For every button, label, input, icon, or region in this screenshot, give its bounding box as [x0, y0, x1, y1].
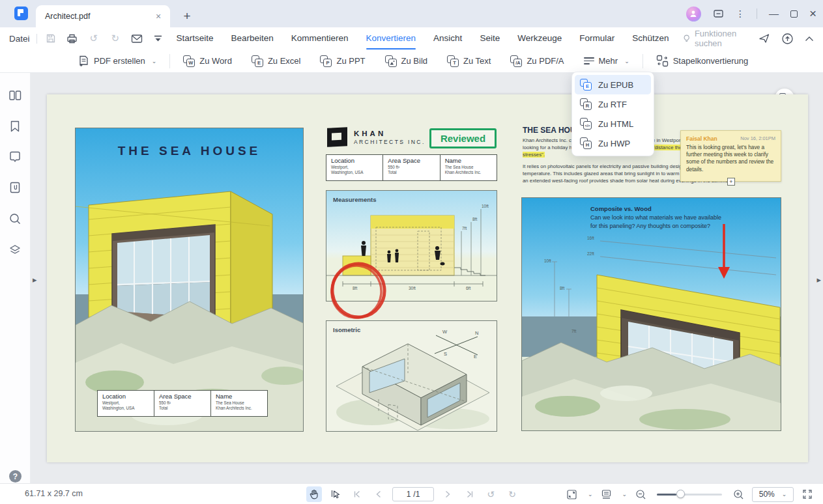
thumbnails-icon[interactable]: [8, 89, 22, 103]
upload-cloud-icon[interactable]: [781, 33, 794, 45]
first-page-button[interactable]: [349, 486, 365, 502]
search-icon[interactable]: [8, 212, 22, 226]
collapse-toolbar-icon[interactable]: [805, 36, 814, 42]
compass-e: E: [474, 354, 477, 359]
zoom-out-button[interactable]: [633, 486, 648, 502]
dim-16ft: 16ft: [587, 236, 594, 240]
pdf-editor-window: Architect.pdf × + ⋮ — × Datei ↺: [0, 0, 823, 504]
menu-schuetzen[interactable]: Schützen: [632, 27, 669, 49]
comment-icon[interactable]: [8, 150, 22, 164]
menu-item-zu-hwp[interactable]: H Zu HWP: [575, 133, 651, 153]
batch-convert-button[interactable]: Stapelkonvertierung: [656, 55, 749, 67]
excel-doc-icon: E: [252, 55, 263, 67]
zoom-in-button[interactable]: [730, 486, 746, 502]
print-icon[interactable]: [65, 31, 79, 46]
more-conversions-button[interactable]: Mehr⌄: [584, 56, 629, 66]
menu-ansicht[interactable]: Ansicht: [433, 27, 462, 49]
to-text-button[interactable]: T Zu Text: [447, 55, 491, 67]
menu-datei[interactable]: Datei: [9, 34, 30, 44]
convert-toolbar: PDF erstellen⌄ W Zu Word E Zu Excel P Zu…: [0, 49, 823, 73]
help-button[interactable]: ?: [9, 470, 22, 483]
next-page-button[interactable]: [440, 486, 455, 502]
toolbar-expand-icon[interactable]: [151, 31, 166, 46]
user-avatar[interactable]: [686, 7, 701, 21]
page-number-input[interactable]: 1/1: [392, 487, 434, 501]
rotate-right-icon[interactable]: ↻: [504, 486, 520, 502]
app-logo-icon[interactable]: [14, 7, 28, 20]
isometric-drawing: [326, 321, 497, 431]
fit-options-chevron-icon[interactable]: ⌄: [588, 491, 593, 497]
fullscreen-button[interactable]: [800, 486, 815, 502]
dim-6ft: 6ft: [466, 286, 470, 290]
to-word-button[interactable]: W Zu Word: [183, 55, 232, 67]
attachment-icon[interactable]: [8, 181, 22, 195]
feedback-icon[interactable]: [713, 8, 724, 20]
fit-page-button[interactable]: [564, 486, 580, 502]
to-image-button[interactable]: Zu Bild: [385, 55, 427, 67]
maximize-button[interactable]: [790, 10, 798, 18]
cover-panel: THE SEA HOUSE: [75, 128, 304, 432]
chevron-down-icon: ⌄: [152, 58, 157, 64]
more-options-icon[interactable]: ⋮: [736, 8, 745, 19]
chevron-down-icon: ⌄: [624, 58, 629, 64]
to-pdfa-button[interactable]: /A Zu PDF/A: [510, 55, 564, 67]
sticky-note-comment[interactable]: Faisal Khan Nov 16, 2:01PM This is looki…: [680, 130, 781, 182]
previous-page-button[interactable]: [371, 486, 386, 502]
more-conversions-menu: E Zu EPUB R Zu RTF </> Zu HTML H Zu HWP: [571, 72, 654, 156]
compass-w: W: [442, 329, 447, 335]
dim-10ft: 10ft: [482, 204, 489, 208]
select-tool-button[interactable]: [328, 486, 343, 502]
rtf-doc-icon: R: [580, 98, 592, 110]
menu-item-zu-rtf[interactable]: R Zu RTF: [575, 94, 651, 114]
zoom-level-select[interactable]: 50%⌄: [752, 487, 794, 502]
menu-item-zu-html[interactable]: </> Zu HTML: [575, 114, 651, 133]
feature-search[interactable]: Funktionen suchen: [682, 29, 758, 48]
to-ppt-button[interactable]: P Zu PPT: [320, 55, 365, 67]
hand-tool-button[interactable]: [306, 486, 322, 502]
rotate-left-icon[interactable]: ↺: [483, 486, 498, 502]
minimize-button[interactable]: —: [769, 10, 779, 17]
menu-seite[interactable]: Seite: [480, 27, 500, 49]
zoom-chevron-icon: ⌄: [782, 491, 787, 497]
mail-icon[interactable]: [129, 31, 144, 46]
view-options-chevron-icon[interactable]: ⌄: [622, 491, 627, 497]
note-expand-icon[interactable]: +: [727, 178, 735, 186]
panel-expand-arrow-icon[interactable]: ▸: [33, 275, 37, 285]
page-view-mode-button[interactable]: [598, 486, 614, 502]
menu-formular[interactable]: Formular: [579, 27, 614, 49]
menu-bearbeiten[interactable]: Bearbeiten: [231, 27, 273, 49]
ppt-doc-icon: P: [320, 55, 332, 67]
dim-10ft-r: 10ft: [544, 259, 551, 263]
tab-title: Architect.pdf: [45, 12, 153, 21]
composite-illustration-panel: Composite vs. Wood Can we look into what…: [521, 197, 781, 431]
to-excel-button[interactable]: E Zu Excel: [252, 55, 301, 67]
menu-startseite[interactable]: Startseite: [176, 27, 213, 49]
menu-konvertieren[interactable]: Konvertieren: [366, 27, 416, 49]
zoom-slider[interactable]: [657, 494, 722, 496]
layers-icon[interactable]: [8, 244, 22, 257]
undo-icon[interactable]: ↺: [86, 31, 101, 46]
new-tab-button[interactable]: +: [180, 9, 194, 23]
reviewed-stamp[interactable]: Reviewed: [429, 128, 497, 148]
zoom-slider-knob[interactable]: [676, 490, 685, 498]
panel-expand-arrow-right-icon[interactable]: ▸: [816, 275, 821, 285]
menu-kommentieren[interactable]: Kommentieren: [291, 27, 349, 49]
compass-s: S: [444, 351, 447, 357]
mid-info-table: LocationWestport,Washington, USA Area Sp…: [326, 154, 497, 181]
tab-close-icon[interactable]: ×: [153, 11, 164, 21]
redo-icon[interactable]: ↻: [108, 31, 123, 46]
create-pdf-button[interactable]: PDF erstellen⌄: [78, 55, 156, 67]
note-text: This is looking great, let's have a furt…: [686, 144, 775, 173]
document-tab[interactable]: Architect.pdf ×: [36, 5, 170, 27]
menu-werkzeuge[interactable]: Werkzeuge: [517, 27, 562, 49]
dim-7ft-r: 7ft: [571, 329, 576, 333]
share-icon[interactable]: [758, 33, 770, 44]
document-viewport[interactable]: ▸ ▸ W THE SEA HOUSE: [31, 73, 823, 483]
last-page-button[interactable]: [461, 486, 477, 502]
close-button[interactable]: ×: [809, 9, 816, 18]
save-icon[interactable]: [43, 31, 58, 46]
create-pdf-icon: [78, 55, 89, 67]
person-icon: [689, 9, 698, 18]
menu-item-zu-epub[interactable]: E Zu EPUB: [575, 75, 651, 94]
bookmark-icon[interactable]: [8, 120, 22, 133]
